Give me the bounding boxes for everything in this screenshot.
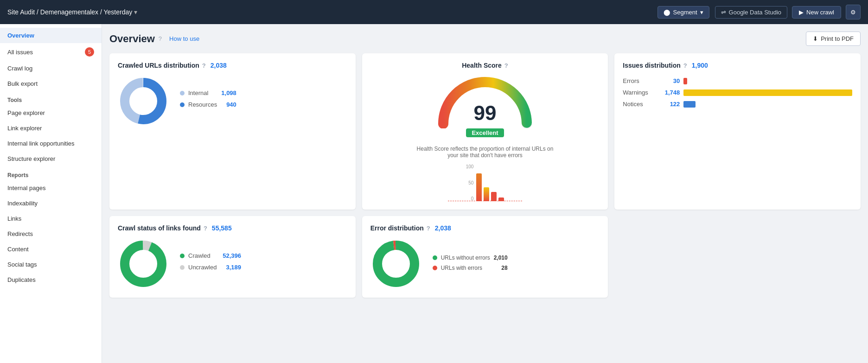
page-header-left: Overview ? How to use: [109, 33, 203, 45]
sidebar-indexability-label: Indexability: [7, 200, 38, 207]
sidebar-item-social-tags[interactable]: Social tags: [0, 257, 102, 272]
sidebar-item-all-issues[interactable]: All issues 5: [0, 43, 102, 61]
gds-label: Google Data Studio: [729, 9, 781, 16]
sidebar-item-redirects[interactable]: Redirects: [0, 226, 102, 242]
uncrawled-val: 3,189: [226, 264, 241, 271]
legend-with-error: URLs with errors 28: [433, 265, 508, 271]
sidebar-links-label: Links: [7, 215, 21, 222]
crawled-val: 52,396: [223, 252, 241, 259]
page-title: Overview: [109, 33, 155, 45]
page-title-help-icon[interactable]: ?: [159, 35, 162, 42]
breadcrumb: Site Audit / Demenagementalex / Yesterda…: [7, 8, 652, 16]
crawl-status-donut: [118, 238, 169, 289]
sidebar-item-overview[interactable]: Overview: [0, 28, 102, 43]
topnav-right: ⇌ Google Data Studio ▶ New crawl ⚙: [715, 5, 861, 19]
crawled-dot: [180, 254, 185, 258]
breadcrumb-text: Site Audit / Demenagementalex / Yesterda…: [7, 8, 132, 16]
segment-label: Segment: [673, 9, 697, 16]
sidebar-item-crawl-log[interactable]: Crawl log: [0, 61, 102, 76]
sidebar: Overview All issues 5 Crawl log Bulk exp…: [0, 24, 102, 363]
sidebar-page-explorer-label: Page explorer: [7, 109, 45, 116]
sidebar-item-content[interactable]: Content: [0, 242, 102, 257]
page-header: Overview ? How to use ⬇ Print to PDF: [109, 32, 861, 46]
sidebar-redirects-label: Redirects: [7, 230, 33, 237]
error-dist-row: URLs without errors 2,010 URLs with erro…: [370, 238, 600, 289]
warnings-bar: [683, 89, 852, 96]
card-crawl-status: Crawl status of links found ? 55,585: [109, 216, 356, 298]
settings-button[interactable]: ⚙: [846, 5, 861, 19]
uncrawled-label: Uncrawled: [188, 264, 217, 271]
legend-resources: Resources 940: [180, 101, 236, 108]
error-dist-total: 2,038: [435, 224, 451, 232]
reports-section-label: Reports: [0, 166, 102, 180]
internal-label: Internal: [188, 89, 212, 96]
with-error-val: 28: [501, 265, 507, 271]
segment-button[interactable]: ⬤ Segment ▾: [657, 6, 709, 19]
mini-bar-2: [484, 187, 489, 201]
print-to-pdf-button[interactable]: ⬇ Print to PDF: [806, 32, 861, 46]
error-dist-title: Error distribution ? 2,038: [370, 224, 600, 232]
internal-dot: [180, 91, 185, 96]
error-dist-legend: URLs without errors 2,010 URLs with erro…: [433, 255, 508, 275]
warnings-val: 1,748: [659, 89, 680, 96]
health-score-value: 99: [474, 102, 497, 125]
how-to-use-button[interactable]: How to use: [166, 33, 203, 44]
crawled-urls-total: 2,038: [211, 62, 227, 69]
y-axis-labels: 100 50 0: [466, 164, 474, 201]
topnav: Site Audit / Demenagementalex / Yesterda…: [0, 0, 868, 24]
donut-row: Internal 1,098 Resources 940: [118, 76, 347, 127]
health-mini-chart: 100 50 0: [370, 164, 600, 201]
crawl-status-legend: Crawled 52,396 Uncrawled 3,189: [180, 252, 241, 275]
gauge-area: 99: [434, 73, 536, 128]
health-score-title-text: Health Score: [462, 62, 502, 69]
issues-dist-title-text: Issues distribution: [623, 62, 680, 69]
sidebar-item-internal-pages[interactable]: Internal pages: [0, 180, 102, 196]
errors-row: Errors 30: [623, 77, 852, 84]
resources-dot: [180, 102, 185, 107]
crawled-urls-donut: [118, 76, 169, 127]
notices-val: 122: [659, 101, 680, 108]
crawl-status-total: 55,585: [212, 224, 232, 232]
crawled-urls-help-icon[interactable]: ?: [202, 62, 206, 69]
sidebar-item-duplicates[interactable]: Duplicates: [0, 272, 102, 287]
sidebar-item-bulk-export[interactable]: Bulk export: [0, 76, 102, 91]
print-label: Print to PDF: [821, 35, 854, 42]
sidebar-item-internal-link-opp[interactable]: Internal link opportunities: [0, 136, 102, 151]
issues-dist-title: Issues distribution ? 1,900: [623, 62, 852, 69]
sidebar-item-page-explorer[interactable]: Page explorer: [0, 105, 102, 121]
sidebar-content-label: Content: [7, 246, 29, 253]
card-health-score: Health Score ?: [362, 53, 608, 210]
sidebar-all-issues-label: All issues: [7, 49, 33, 56]
new-crawl-button[interactable]: ▶ New crawl: [792, 6, 841, 19]
notices-bar: [683, 101, 695, 108]
warnings-label: Warnings: [623, 89, 655, 96]
sidebar-duplicates-label: Duplicates: [7, 276, 36, 283]
errors-bar: [683, 78, 687, 84]
no-error-val: 2,010: [494, 255, 508, 261]
card-issues-dist: Issues distribution ? 1,900 Errors 30 Wa…: [614, 53, 861, 210]
notices-bar-wrap: [683, 101, 852, 108]
legend-internal: Internal 1,098: [180, 89, 236, 96]
sidebar-item-link-explorer[interactable]: Link explorer: [0, 121, 102, 136]
health-score-desc: Health Score reflects the proportion of …: [415, 146, 555, 159]
svg-point-5: [130, 251, 156, 277]
error-dist-title-text: Error distribution: [370, 224, 424, 232]
issues-dist-help-icon[interactable]: ?: [683, 62, 687, 69]
sidebar-item-indexability[interactable]: Indexability: [0, 196, 102, 211]
error-dist-help-icon[interactable]: ?: [427, 225, 430, 232]
gds-button[interactable]: ⇌ Google Data Studio: [715, 6, 787, 19]
health-score-help-icon[interactable]: ?: [504, 62, 508, 69]
crawl-status-inner: Crawled 52,396 Uncrawled 3,189: [118, 238, 347, 289]
sidebar-crawl-log-label: Crawl log: [7, 65, 32, 72]
crawled-urls-legend: Internal 1,098 Resources 940: [180, 89, 236, 113]
issues-dist-rows: Errors 30 Warnings 1,748 N: [623, 77, 852, 108]
sidebar-structure-explorer-label: Structure explorer: [7, 155, 55, 162]
legend-no-error: URLs without errors 2,010: [433, 255, 508, 261]
sidebar-overview-label: Overview: [7, 32, 34, 39]
crawl-status-help-icon[interactable]: ?: [204, 225, 207, 232]
card-crawled-urls: Crawled URLs distribution ? 2,038: [109, 53, 356, 210]
sidebar-item-links[interactable]: Links: [0, 211, 102, 226]
sidebar-item-structure-explorer[interactable]: Structure explorer: [0, 151, 102, 166]
resources-val: 940: [226, 101, 236, 108]
segment-icon: ⬤: [664, 9, 670, 16]
